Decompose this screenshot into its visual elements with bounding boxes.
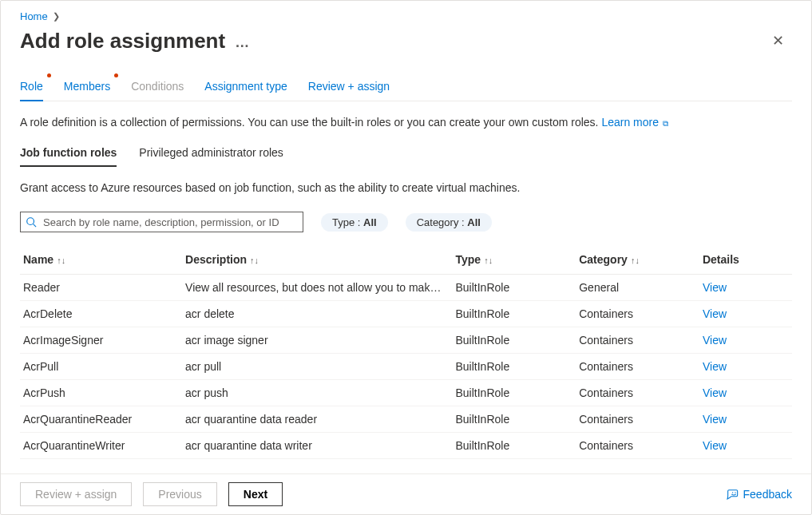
role-description: View all resources, but does not allow y… [182,275,452,301]
role-category: Containers [576,301,699,327]
table-row[interactable]: AcrQuarantineReaderacr quarantine data r… [20,406,792,433]
role-description: acr push [182,380,452,406]
review-assign-button: Review + assign [20,482,132,506]
svg-point-3 [732,492,733,493]
required-dot-icon [114,73,118,77]
feedback-link[interactable]: Feedback [726,488,792,501]
chevron-right-icon: ❯ [53,11,60,22]
role-category: Containers [576,380,699,406]
role-type: BuiltInRole [453,275,576,301]
role-name: AcrDelete [20,301,182,327]
role-name: AcrQuarantineReader [20,406,182,433]
close-icon[interactable]: ✕ [764,27,792,54]
sort-icon: ↑↓ [484,256,493,265]
page-title: Add role assignment … [20,29,250,53]
more-actions-icon[interactable]: … [235,31,250,51]
filter-type[interactable]: Type : All [321,213,388,232]
col-details: Details [699,248,792,275]
role-type: BuiltInRole [453,433,576,459]
view-link[interactable]: View [703,439,727,452]
subtab-job-function[interactable]: Job function roles [20,143,117,167]
sort-icon: ↑↓ [631,256,640,265]
role-type: BuiltInRole [453,327,576,354]
role-name: AcrPull [20,354,182,380]
previous-button: Previous [143,482,216,506]
role-search-input[interactable] [20,212,303,232]
breadcrumb: Home ❯ [20,10,792,22]
role-name: AcrQuarantineWriter [20,433,182,459]
search-icon [26,216,37,228]
table-row[interactable]: AcrPullacr pullBuiltInRoleContainersView [20,354,792,380]
learn-more-link[interactable]: Learn more ⧉ [601,116,667,129]
role-type: BuiltInRole [453,406,576,433]
view-link[interactable]: View [703,360,727,373]
filter-category[interactable]: Category : All [406,213,492,232]
role-category: Containers [576,354,699,380]
role-description: acr image signer [182,327,452,354]
view-link[interactable]: View [703,334,727,347]
tab-role[interactable]: Role [20,77,43,101]
wizard-footer: Review + assign Previous Next Feedback [1,473,811,514]
table-row[interactable]: ReaderView all resources, but does not a… [20,275,792,301]
role-type: BuiltInRole [453,301,576,327]
col-description[interactable]: Description↑↓ [182,248,452,275]
role-description: acr delete [182,301,452,327]
role-type: BuiltInRole [453,354,576,380]
view-link[interactable]: View [703,413,727,426]
role-description: acr quarantine data writer [182,433,452,459]
role-name: Reader [20,275,182,301]
role-name: AcrImageSigner [20,327,182,354]
table-row[interactable]: AcrDeleteacr deleteBuiltInRoleContainers… [20,301,792,327]
sort-icon: ↑↓ [250,256,259,265]
tab-assignment-type[interactable]: Assignment type [204,77,287,101]
role-name: AcrPush [20,380,182,406]
roles-table: Name↑↓ Description↑↓ Type↑↓ Category↑↓ D… [20,248,792,459]
role-category: Containers [576,406,699,433]
svg-point-0 [27,218,34,225]
svg-line-1 [34,224,37,228]
role-sub-tabs: Job function roles Privileged administra… [20,143,792,167]
role-intro-text: A role definition is a collection of per… [20,116,792,129]
subtab-privileged-admin[interactable]: Privileged administrator roles [139,143,283,167]
col-name[interactable]: Name↑↓ [20,248,182,275]
table-row[interactable]: AcrPushacr pushBuiltInRoleContainersView [20,380,792,406]
tab-members[interactable]: Members [64,77,110,101]
role-category: Containers [576,433,699,459]
tab-conditions[interactable]: Conditions [131,77,184,101]
role-category: General [576,275,699,301]
feedback-icon [726,488,739,501]
role-description: acr quarantine data reader [182,406,452,433]
view-link[interactable]: View [703,307,727,320]
tab-review-assign[interactable]: Review + assign [308,77,390,101]
col-type[interactable]: Type↑↓ [453,248,576,275]
breadcrumb-home[interactable]: Home [20,10,48,22]
wizard-tabs: Role Members Conditions Assignment type … [20,77,792,101]
view-link[interactable]: View [703,281,727,294]
required-dot-icon [47,73,51,77]
col-category[interactable]: Category↑↓ [576,248,699,275]
view-link[interactable]: View [703,386,727,399]
role-description: acr pull [182,354,452,380]
table-row[interactable]: AcrImageSigneracr image signerBuiltInRol… [20,327,792,354]
role-search-field[interactable] [42,216,298,229]
svg-point-2 [735,492,735,493]
next-button[interactable]: Next [228,482,283,506]
sort-icon: ↑↓ [57,256,65,265]
subtab-description: Grant access to Azure resources based on… [20,181,792,194]
external-link-icon: ⧉ [660,119,668,128]
role-category: Containers [576,327,699,354]
table-row[interactable]: AcrQuarantineWriteracr quarantine data w… [20,433,792,459]
filter-toolbar: Type : All Category : All [20,212,792,232]
role-type: BuiltInRole [453,380,576,406]
